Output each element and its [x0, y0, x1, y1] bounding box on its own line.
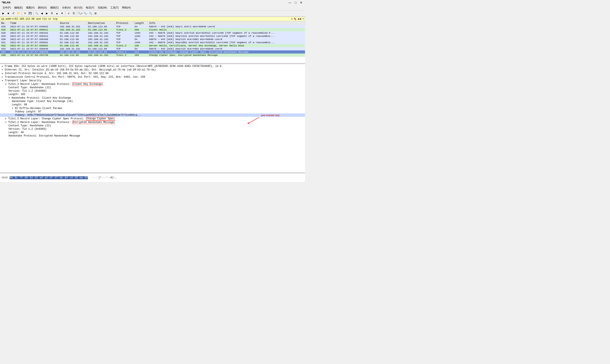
table-row[interactable]: 9292022-07-11 15:57:57.93631252.168.112.… [0, 35, 305, 38]
detail-line-length-102[interactable]: Length: 102 [0, 93, 305, 96]
toolbar-save[interactable]: 💾 [28, 11, 32, 16]
title-bar: *WLAN — □ ✕ [0, 0, 305, 5]
toolbar-zoom-in[interactable]: 🔍+ [78, 11, 83, 16]
toolbar-scroll[interactable]: ⇅ [50, 11, 54, 16]
toolbar-fwd[interactable]: ▶ [44, 11, 49, 16]
toolbar-zoom-out[interactable]: 🔍- [83, 11, 88, 16]
close-button[interactable]: ✕ [299, 1, 303, 4]
packet-list[interactable]: No. Time Source Destination Protocol Len… [0, 22, 305, 64]
filter-bar: ✕ 🔖 ◀ ▶ + [0, 17, 305, 21]
toolbar-open[interactable]: 📁 [16, 11, 21, 16]
detail-line-pubkey-len[interactable]: Pubkey Length: 97 [0, 110, 305, 113]
boxed-label-tls-record3: Encrypted Handshake Message [72, 121, 115, 124]
detail-line-tcp[interactable]: ▸ Transmission Control Protocol, Src Por… [0, 75, 305, 79]
detail-line-length-40[interactable]: Length: 40 [0, 131, 305, 134]
menu-file[interactable]: 文件(F) [1, 5, 13, 10]
col-source[interactable]: Source [58, 22, 87, 25]
filter-input[interactable] [1, 18, 291, 21]
col-destination[interactable]: Destination [87, 22, 115, 25]
detail-line-hs-type[interactable]: Handshake Type: Client Key Exchange (16) [0, 100, 305, 103]
toolbar-up[interactable]: ▲ [55, 11, 59, 16]
table-row[interactable]: 9312022-07-11 15:57:57.93658152.168.112.… [0, 41, 305, 44]
table-row[interactable]: 9302022-07-11 15:57:57.93636952.168.112.… [0, 38, 305, 41]
col-protocol[interactable]: Protocol [115, 22, 133, 25]
toolbar-list[interactable]: ☰ [71, 11, 76, 16]
table-row[interactable]: 9322022-07-11 15:57:57.93658152.168.112.… [0, 44, 305, 47]
toolbar-down[interactable]: ▼ [60, 11, 64, 16]
menu-edit[interactable]: 编辑(E) [13, 5, 24, 10]
detail-line-tls-record2[interactable]: ▸ TLSv1.2 Record Layer: Change Cipher Sp… [0, 117, 305, 120]
menu-bar: 文件(F) 编辑(E) 视图(V) 跳转(G) 捕获(C) 分析(A) 统计(S… [0, 5, 305, 11]
detail-line-ethernet[interactable]: ▸ Ethernet II, Src: IntelCor_55:ab:18 (6… [0, 68, 305, 72]
detail-line-version[interactable]: Version: TLS 1.2 (0x0303) [0, 89, 305, 93]
detail-line-frame[interactable]: ▸ Frame 934: 212 bytes on wire (1696 bit… [0, 64, 305, 68]
detail-line-tls-record1[interactable]: ▾ TLSv1.2 Record Layer: Handshake Protoc… [0, 82, 305, 86]
menu-analyze[interactable]: 分析(A) [60, 5, 72, 10]
col-length[interactable]: Length [133, 22, 148, 25]
detail-line-ip[interactable]: ▸ Internet Protocol Version 4, Src: 192.… [0, 72, 305, 75]
filter-arrow-left[interactable]: ◀ [298, 17, 299, 21]
window-title: *WLAN [2, 1, 10, 4]
toolbar-find[interactable]: 🔍 [34, 11, 39, 16]
detail-line-content-type2[interactable]: Content Type: Handshake (22) [0, 124, 305, 127]
main-area: No. Time Source Destination Protocol Len… [0, 22, 305, 182]
toolbar: ▶ ■ ↺ 📁 ✕ 💾 🔍 ◀ ▶ ⇅ ▲ ▼ ≡ ☰ 🔍+ 🔍- 🔍 ⊞ [0, 11, 305, 16]
detail-line-tls-record3[interactable]: ▾ TLSv1.2 Record Layer: Handshake Protoc… [0, 120, 305, 124]
table-row[interactable]: 9262022-07-11 15:57:57.650511192.168.31.… [0, 28, 305, 31]
table-row[interactable]: 9282022-07-11 15:57:57.93610152.168.112.… [0, 31, 305, 35]
table-row[interactable]: 9252022-07-11 15:57:57.649932192.168.31.… [0, 25, 305, 28]
toolbar-stop[interactable]: ■ [6, 11, 11, 16]
hex-pane: 0040 04 9c 7f 60 5d 22 a9 a2 bf 27 bb d4… [0, 173, 305, 182]
filter-bookmark-icon[interactable]: 🔖 [294, 17, 297, 21]
menu-help[interactable]: 帮助(H) [120, 5, 132, 10]
filter-add-icon[interactable]: + [302, 18, 304, 21]
menu-stats[interactable]: 统计(S) [72, 5, 84, 10]
hex-offset: 0040 [2, 176, 8, 179]
boxed-label-tls-record2: Change Cipher Spec [86, 117, 115, 120]
table-header: No. Time Source Destination Protocol Len… [0, 22, 305, 25]
detail-line-hs-length[interactable]: Length: 98 [0, 103, 305, 106]
packet-list-body: 9252022-07-11 15:57:57.649932192.168.31.… [0, 25, 305, 57]
detail-line-content-type[interactable]: Content Type: Handshake (22) [0, 86, 305, 89]
menu-view[interactable]: 视图(V) [24, 5, 36, 10]
toolbar-zoom-reset[interactable]: 🔍 [88, 11, 93, 16]
col-no[interactable]: No. [0, 22, 9, 25]
packet-table: No. Time Source Destination Protocol Len… [0, 22, 305, 57]
menu-capture[interactable]: 捕获(C) [49, 5, 61, 10]
table-row[interactable]: 9332022-07-11 15:57:57.936646192.168.31.… [0, 47, 305, 50]
toolbar-colorize[interactable]: ≡ [66, 11, 71, 16]
table-row[interactable]: 9382022-07-11 15:57:58.25473652.168.112.… [0, 53, 305, 57]
table-row[interactable]: 9342022-07-11 15:57:57.939420192.168.31.… [0, 50, 305, 53]
detail-line-pubkey[interactable]: Pubkey: 049c7f605d22a9a2bf27bbd4c432ea5f… [0, 113, 305, 117]
detail-line-handshake1[interactable]: ▾ Handshake Protocol: Client Key Exchang… [0, 96, 305, 100]
filter-clear-icon[interactable]: ✕ [291, 17, 293, 21]
toolbar-restart[interactable]: ↺ [11, 11, 16, 16]
menu-goto[interactable]: 跳转(G) [36, 5, 48, 10]
toolbar-close[interactable]: ✕ [23, 11, 27, 16]
detail-pane[interactable]: ▸ Frame 934: 212 bytes on wire (1696 bit… [0, 64, 305, 173]
hex-bytes: 04 9c 7f 60 5d 22 a9 a2 bf 27 bb d4 c4 3… [10, 176, 88, 179]
col-time[interactable]: Time [9, 22, 59, 25]
detail-line-version2[interactable]: Version: TLS 1.2 (0x0303) [0, 127, 305, 131]
menu-wireless[interactable]: 无线(W) [96, 5, 108, 10]
toolbar-start[interactable]: ▶ [1, 11, 5, 16]
maximize-button[interactable]: □ [294, 1, 297, 4]
toolbar-back[interactable]: ◀ [39, 11, 44, 16]
menu-tools[interactable]: 工具(T) [109, 5, 120, 10]
boxed-label-tls-record1: Client Key Exchange [72, 82, 103, 86]
detail-line-tls[interactable]: ▾ Transport Layer Security [0, 79, 305, 82]
detail-line-hs-encrypted[interactable]: Handshake Protocol: Encrypted Handshake … [0, 134, 305, 138]
detail-line-ec-params[interactable]: ▾ EC Diffie-Hellman Client Params [0, 106, 305, 110]
hex-ascii: ···`]"···'··Ä2·_ [92, 176, 117, 179]
toolbar-capture-opts[interactable]: ⊞ [93, 11, 98, 16]
menu-phone[interactable]: 电话(Y) [84, 5, 96, 10]
filter-arrow-right[interactable]: ▶ [300, 17, 302, 21]
col-info[interactable]: Info [148, 22, 305, 25]
minimize-button[interactable]: — [288, 1, 292, 4]
detail-lines: ▸ Frame 934: 212 bytes on wire (1696 bit… [0, 64, 305, 138]
